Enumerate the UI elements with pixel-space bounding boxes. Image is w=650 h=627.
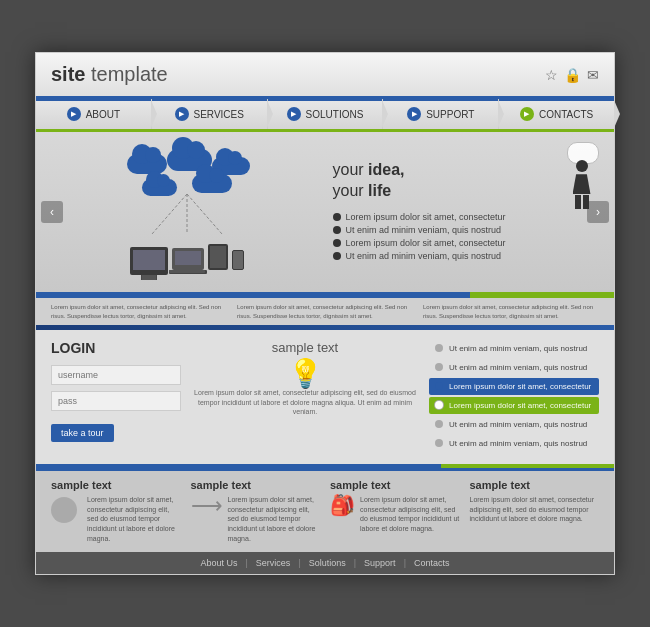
list-dot-1: [435, 344, 443, 352]
footer-col-1: sample text Lorem ipsum dolor sit amet, …: [51, 479, 181, 544]
list-item-5: Ut enim ad minim veniam, quis nostrud: [429, 416, 599, 433]
person-head: [576, 160, 588, 172]
site-logo: site template: [51, 63, 168, 86]
bullet-dot-3: [333, 239, 341, 247]
bulb-icon: 💡: [191, 360, 419, 388]
footer-text-3: Lorem ipsum dolor sit amet, consectetur …: [360, 495, 460, 534]
login-box: LOGIN take a tour: [51, 340, 181, 454]
footer-arrow-icon: ⟶: [191, 495, 223, 517]
nav-icon-support: ▶: [407, 107, 421, 121]
bullet-4: Ut enim ad minim veniam, quis nostrud: [333, 251, 595, 261]
hero-content: your idea, your life Lorem: [318, 160, 595, 264]
bulb-text: Lorem ipsum dolor sit amet, consectetur …: [191, 388, 419, 417]
list-item-1: Ut enim ad minim veniam, quis nostrud: [429, 340, 599, 357]
tablet-icon: [208, 244, 228, 270]
nav-icon-about: ▶: [67, 107, 81, 121]
login-title: LOGIN: [51, 340, 181, 356]
bullet-dot-4: [333, 252, 341, 260]
list-item-4[interactable]: Lorem ipsum dolor sit amet, consectetur: [429, 397, 599, 414]
divider-band: [36, 292, 614, 298]
person-leg-right: [583, 195, 589, 209]
list-dot-6: [435, 439, 443, 447]
middle-section: LOGIN take a tour sample text 💡 Lorem ip…: [36, 330, 614, 464]
footer-title-2: sample text: [191, 479, 321, 491]
mail-icon[interactable]: ✉: [587, 67, 599, 83]
list-item-3[interactable]: Lorem ipsum dolor sit amet, consectetur: [429, 378, 599, 395]
footer-text-4: Lorem ipsum dolor sit amet, consectetur …: [470, 495, 600, 524]
tagline-bold-2: life: [368, 182, 391, 199]
footer-col-4: sample text Lorem ipsum dolor sit amet, …: [470, 479, 600, 544]
hero-section: ‹ ›: [36, 132, 614, 292]
footer-text-2: Lorem ipsum dolor sit amet, consectetur …: [228, 495, 321, 544]
info-strip: Lorem ipsum dolor sit amet, consectetur …: [36, 298, 614, 325]
main-nav: ▶ ABOUT ▶ SERVICES ▶ SOLUTIONS ▶ SUPPORT…: [36, 99, 614, 132]
footer-col-2: sample text ⟶ Lorem ipsum dolor sit amet…: [191, 479, 321, 544]
bottom-nav-services[interactable]: Services: [248, 558, 299, 568]
nav-item-solutions[interactable]: ▶ SOLUTIONS: [268, 99, 384, 129]
footer-text-1: Lorem ipsum dolor sit amet, consectetur …: [87, 495, 181, 544]
footer-title-3: sample text: [330, 479, 460, 491]
bell-icon[interactable]: 🔒: [564, 67, 581, 83]
bottom-nav-support[interactable]: Support: [356, 558, 404, 568]
list-dot-3: [435, 382, 443, 390]
person-figure: [569, 160, 594, 210]
list-dot-4: [435, 401, 443, 409]
logo-normal: template: [85, 63, 167, 85]
phone-icon: [232, 250, 244, 270]
person-silhouette: [569, 160, 594, 210]
tour-button[interactable]: take a tour: [51, 424, 114, 442]
nav-label-support: SUPPORT: [426, 109, 474, 120]
divider-green: [470, 292, 615, 298]
bottom-nav: About Us | Services | Solutions | Suppor…: [36, 552, 614, 574]
hero-tagline: your idea, your life: [333, 160, 405, 202]
footer-avatar: [51, 497, 77, 523]
cloud-1: [127, 154, 167, 174]
bullet-dot-1: [333, 213, 341, 221]
dashed-lines: [132, 194, 242, 234]
bulb-title: sample text: [191, 340, 419, 355]
list-item-2: Ut enim ad minim veniam, quis nostrud: [429, 359, 599, 376]
nav-icon-contacts: ▶: [520, 107, 534, 121]
nav-item-support[interactable]: ▶ SUPPORT: [383, 99, 499, 129]
svg-line-0: [152, 194, 187, 234]
nav-label-about: ABOUT: [86, 109, 120, 120]
info-col-1: Lorem ipsum dolor sit amet, consectetur …: [51, 303, 227, 320]
tagline-bold-1: idea,: [368, 161, 404, 178]
nav-label-services: SERVICES: [194, 109, 244, 120]
divider-blue: [36, 292, 470, 298]
nav-item-services[interactable]: ▶ SERVICES: [152, 99, 268, 129]
person-leg-left: [575, 195, 581, 209]
nav-label-contacts: CONTACTS: [539, 109, 593, 120]
list-dot-5: [435, 420, 443, 428]
cloud-5: [192, 174, 232, 193]
star-icon[interactable]: ☆: [545, 67, 558, 83]
site-wrapper: site template ☆ 🔒 ✉ ▶ ABOUT ▶ SERVICES ▶…: [35, 52, 615, 575]
username-input[interactable]: [51, 365, 181, 385]
header: site template ☆ 🔒 ✉: [36, 53, 614, 99]
footer-bag-icon: 🎒: [330, 495, 355, 515]
bullet-1: Lorem ipsum dolor sit amet, consectetur: [333, 212, 595, 222]
hero-illustration: [56, 149, 318, 275]
bottom-nav-contacts[interactable]: Contacts: [406, 558, 458, 568]
password-input[interactable]: [51, 391, 181, 411]
person-legs: [575, 195, 589, 209]
bulb-section: sample text 💡 Lorem ipsum dolor sit amet…: [191, 340, 419, 454]
nav-item-about[interactable]: ▶ ABOUT: [36, 99, 152, 129]
list-dot-2: [435, 363, 443, 371]
info-col-2: Lorem ipsum dolor sit amet, consectetur …: [237, 303, 413, 320]
footer-col-3: sample text 🎒 Lorem ipsum dolor sit amet…: [330, 479, 460, 544]
monitor-icon: [130, 247, 168, 275]
footer-title-4: sample text: [470, 479, 600, 491]
laptop-icon: [172, 248, 204, 270]
nav-icon-services: ▶: [175, 107, 189, 121]
bottom-nav-about[interactable]: About Us: [192, 558, 245, 568]
person-body: [573, 174, 591, 194]
logo-bold: site: [51, 63, 85, 85]
bottom-nav-solutions[interactable]: Solutions: [301, 558, 354, 568]
nav-item-contacts[interactable]: ▶ CONTACTS: [499, 99, 614, 129]
list-item-6: Ut enim ad minim veniam, quis nostrud: [429, 435, 599, 452]
bullet-dot-2: [333, 226, 341, 234]
footer-title-1: sample text: [51, 479, 181, 491]
info-col-3: Lorem ipsum dolor sit amet, consectetur …: [423, 303, 599, 320]
bullet-3: Lorem ipsum dolor sit amet, consectetur: [333, 238, 595, 248]
